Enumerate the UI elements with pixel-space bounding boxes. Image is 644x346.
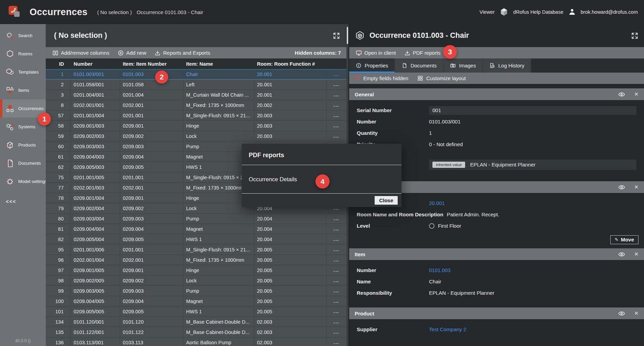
close-button[interactable]: Close <box>375 196 398 205</box>
row-menu-button[interactable]: ... <box>326 224 346 234</box>
sidebar-item-label: Products <box>18 142 36 148</box>
table-row[interactable]: 950201.001/0060201.001M_Single-Flush: 09… <box>46 245 346 255</box>
empty-fields-filter-button[interactable]: Empty fields hidden <box>354 75 408 82</box>
expand-icon[interactable] <box>333 32 340 40</box>
sidebar-item-products[interactable]: Products <box>0 136 46 154</box>
tab-images[interactable]: Images <box>443 58 483 73</box>
eye-icon[interactable] <box>618 92 625 97</box>
tab-documents[interactable]: Documents <box>395 58 443 73</box>
table-row[interactable]: 30201.004/0010201.004M_Curtain Wall Dbl … <box>46 90 346 100</box>
column-header-number[interactable]: Number <box>71 58 120 69</box>
table-row[interactable]: 80202.001/0010202.001M_Fixed: 1735 × 100… <box>46 100 346 110</box>
table-row[interactable]: 990209.003/0050209.003Pump20.005... <box>46 286 346 296</box>
table-row[interactable]: 1000209.004/0050209.004Magnet20.005... <box>46 296 346 306</box>
cell: 79 <box>46 203 71 213</box>
customize-layout-button[interactable]: Customize layout <box>417 75 466 81</box>
row-menu-button[interactable]: ... <box>326 337 346 346</box>
table-row[interactable]: 590209.002/0030209.002Lock20.003... <box>46 131 346 141</box>
radio-button[interactable] <box>429 223 434 229</box>
field-link[interactable]: 0101.003 <box>429 267 451 273</box>
user-email[interactable]: brok.howard@drofus.com <box>581 9 638 15</box>
move-button[interactable]: ✎Move <box>610 235 638 244</box>
columns-icon <box>52 50 58 56</box>
close-icon[interactable]: ✕ <box>634 91 638 97</box>
table-row[interactable]: 1360103.113/0010103.113Aortic Balloon Pu… <box>46 337 346 346</box>
sidebar-item-templates[interactable]: Templates <box>0 63 46 81</box>
table-row[interactable]: 810209.004/0040209.004Magnet20.004... <box>46 224 346 234</box>
table-row[interactable]: 580209.001/0030209.001Hinge20.003... <box>46 121 346 131</box>
sidebar-item-rooms[interactable]: Rooms <box>0 45 46 63</box>
row-menu-button[interactable]: ... <box>326 214 346 224</box>
row-menu-button[interactable]: ... <box>326 100 346 110</box>
close-icon[interactable]: ✕ <box>634 310 638 316</box>
close-icon[interactable]: ✕ <box>634 251 638 257</box>
cell: 20.005 <box>254 245 326 255</box>
table-row[interactable]: 970209.001/0050209.001Hinge20.005... <box>46 265 346 275</box>
column-header-item-item-number[interactable]: Item: Item Number <box>120 58 183 69</box>
table-row[interactable]: 800209.003/0040209.003Pump20.004... <box>46 214 346 224</box>
reports-and-exports-button[interactable]: Reports and Exports <box>151 50 213 56</box>
sidebar-item-search[interactable]: Search <box>0 26 46 45</box>
field-input[interactable]: 001 <box>429 106 636 115</box>
section-header: Item✕ <box>349 248 644 260</box>
table-row[interactable]: 960202.001/0040202.001M_Fixed: 1735 × 10… <box>46 255 346 265</box>
row-menu-button[interactable]: ... <box>326 296 346 306</box>
cell: 2 <box>46 79 71 89</box>
pdf-reports-label: PDF reports <box>413 50 441 56</box>
table-row[interactable]: 570201.001/0040201.001M_Single-Flush: 09… <box>46 110 346 121</box>
row-menu-button[interactable]: ... <box>326 90 346 100</box>
cell: 0202.001/001 <box>71 100 120 110</box>
field-input[interactable]: Inherited valueEPLAN - Equipment Planner <box>429 160 636 170</box>
sidebar-item-documents[interactable]: Documents <box>0 154 46 172</box>
table-row[interactable]: 1350101.122/0010101.122M_Base Cabinet-Do… <box>46 327 346 337</box>
cell: 0209.003 <box>120 286 183 296</box>
table-row[interactable]: 1340101.120/0010101.120M_Base Cabinet-Do… <box>46 317 346 327</box>
row-menu-button[interactable]: ... <box>326 69 346 79</box>
table-row[interactable]: 980209.002/0050209.002Lock20.005... <box>46 275 346 286</box>
close-icon[interactable]: ✕ <box>634 184 638 190</box>
row-menu-button[interactable]: ... <box>326 255 346 265</box>
row-menu-button[interactable]: ... <box>326 286 346 296</box>
open-in-client-button[interactable]: Open in client <box>353 50 399 56</box>
tab-log-history[interactable]: Log History <box>483 58 531 73</box>
cell: 97 <box>46 265 71 275</box>
table-row[interactable]: 10101.003/0010101.003Chair20.001... <box>46 69 346 79</box>
hidden-columns-count: Hidden columns: 7 <box>295 50 345 56</box>
row-menu-button[interactable]: ... <box>326 245 346 255</box>
field-link[interactable]: 20.001 <box>429 200 445 206</box>
add-remove-columns-button[interactable]: Add/remove columns <box>49 50 112 56</box>
row-menu-button[interactable]: ... <box>326 79 346 89</box>
table-row[interactable]: 20101.058/0010101.058Left20.001... <box>46 79 346 90</box>
field-link[interactable]: Test Company 2 <box>429 326 466 332</box>
scrollbar-thumb[interactable] <box>347 27 348 44</box>
eye-icon[interactable] <box>618 311 625 316</box>
pdf-reports-button[interactable]: PDF reports <box>401 50 444 56</box>
table-row[interactable]: 1010209.005/0050209.005HWS 120.005... <box>46 306 346 317</box>
row-menu-button[interactable]: ... <box>326 110 346 120</box>
expand-icon[interactable] <box>631 32 638 40</box>
row-menu-button[interactable]: ... <box>326 327 346 337</box>
row-menu-button[interactable]: ... <box>326 131 346 141</box>
sidebar-item-model-settings[interactable]: Model settings <box>0 172 46 191</box>
sidebar-item-items[interactable]: Items <box>0 81 46 99</box>
row-menu-button[interactable]: ... <box>326 265 346 275</box>
tab-properties[interactable]: Properties <box>349 58 395 73</box>
field-label: Supplier <box>357 326 429 332</box>
database-cube-icon[interactable] <box>500 8 508 17</box>
column-header-item-name[interactable]: Item: Name <box>183 58 254 69</box>
row-menu-button[interactable]: ... <box>326 317 346 327</box>
row-menu-button[interactable]: ... <box>326 121 346 131</box>
add-new-button[interactable]: Add new <box>115 50 149 56</box>
row-menu-button[interactable]: ... <box>326 275 346 285</box>
column-header-room-room-function[interactable]: Room: Room Function # <box>254 58 326 69</box>
row-menu-button[interactable]: ... <box>326 234 346 244</box>
column-header-id[interactable]: ID <box>46 58 71 69</box>
sidebar-collapse-button[interactable]: <<< <box>0 199 46 204</box>
table-body: 10101.003/0010101.003Chair20.001...20101… <box>46 69 346 346</box>
eye-icon[interactable] <box>618 185 625 190</box>
section-body: SupplierTest Company 2 <box>349 319 644 346</box>
row-menu-button[interactable]: ... <box>326 306 346 316</box>
eye-icon[interactable] <box>618 252 625 257</box>
download-icon <box>154 50 161 56</box>
table-row[interactable]: 820209.005/0040209.005HWS 120.004... <box>46 234 346 245</box>
